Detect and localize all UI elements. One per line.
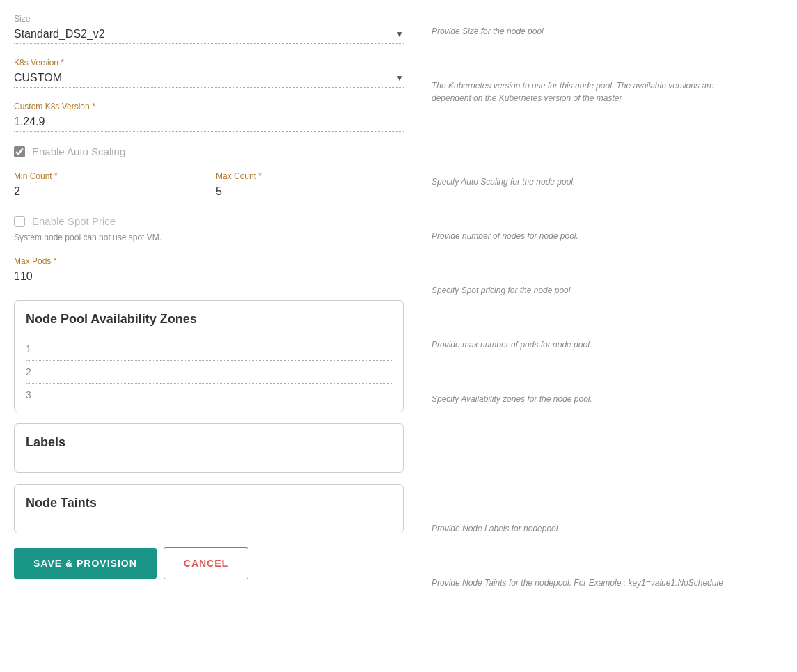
spot-price-row: Enable Spot Price [14, 215, 404, 227]
zone-item-1[interactable]: 1 [26, 338, 392, 361]
k8s-version-value: CUSTOM [14, 72, 62, 84]
custom-k8s-version-input[interactable] [14, 113, 404, 132]
spot-price-note: System node pool can not use spot VM. [14, 233, 404, 242]
buttons-row: SAVE & PROVISION CANCEL [14, 547, 404, 579]
auto-scaling-group: Enable Auto Scaling [14, 146, 404, 157]
labels-title: Labels [26, 435, 392, 450]
size-hint-text: Provide Size for the node pool [432, 26, 544, 36]
k8s-version-label: K8s Version * [14, 58, 404, 68]
spot-price-label[interactable]: Enable Spot Price [32, 215, 116, 227]
k8s-version-arrow-icon: ▼ [395, 73, 404, 83]
max-pods-hint-text: Provide max number of pods for node pool… [432, 340, 592, 350]
save-provision-button[interactable]: SAVE & PROVISION [14, 548, 157, 579]
k8s-hint-line1: The Kubernetes version to use for this n… [432, 79, 780, 92]
hints-column: Provide Size for the node pool The Kuber… [432, 14, 780, 631]
min-count-field: Min Count * [14, 171, 202, 201]
spot-price-hint: Specify Spot pricing for the node pool. [432, 284, 780, 297]
min-count-input[interactable] [14, 182, 202, 201]
size-arrow-icon: ▼ [395, 29, 404, 39]
node-taints-hint: Provide Node Taints for the nodepool. Fo… [432, 577, 780, 589]
count-hint-text: Provide number of nodes for node pool. [432, 231, 578, 241]
size-label: Size [14, 14, 404, 24]
node-taints-hint-text: Provide Node Taints for the nodepool. Fo… [432, 578, 723, 588]
count-hint: Provide number of nodes for node pool. [432, 230, 780, 242]
auto-scaling-hint: Specify Auto Scaling for the node pool. [432, 175, 780, 188]
max-count-field: Max Count * [216, 171, 404, 201]
labels-hint-text: Provide Node Labels for nodepool [432, 524, 558, 533]
k8s-version-dropdown[interactable]: CUSTOM ▼ [14, 69, 404, 88]
auto-scaling-hint-text: Specify Auto Scaling for the node pool. [432, 177, 575, 187]
auto-scaling-checkbox[interactable] [14, 146, 25, 157]
availability-zones-hint-text: Specify Availability zones for the node … [432, 394, 592, 404]
availability-zones-panel: Node Pool Availability Zones 1 2 3 [14, 300, 404, 412]
size-dropdown[interactable]: Standard_DS2_v2 ▼ [14, 25, 404, 44]
custom-k8s-version-field: Custom K8s Version * [14, 102, 404, 132]
max-pods-label: Max Pods * [14, 256, 404, 266]
max-pods-input[interactable] [14, 267, 404, 286]
auto-scaling-row: Enable Auto Scaling [14, 146, 404, 157]
spot-price-checkbox[interactable] [14, 216, 25, 227]
availability-zones-title: Node Pool Availability Zones [26, 312, 392, 327]
node-taints-panel: Node Taints [14, 484, 404, 533]
k8s-hint-line2: dependent on the Kubernetes version of t… [432, 92, 780, 104]
max-count-input[interactable] [216, 182, 404, 201]
count-fields: Min Count * Max Count * [14, 171, 404, 215]
auto-scaling-label[interactable]: Enable Auto Scaling [32, 146, 125, 157]
node-taints-title: Node Taints [26, 496, 392, 510]
spot-price-group: Enable Spot Price System node pool can n… [14, 215, 404, 242]
labels-panel: Labels [14, 423, 404, 473]
zone-item-3[interactable]: 3 [26, 384, 392, 400]
max-pods-hint: Provide max number of pods for node pool… [432, 338, 780, 351]
size-field: Size Standard_DS2_v2 ▼ [14, 14, 404, 44]
spot-price-hint-text: Specify Spot pricing for the node pool. [432, 286, 573, 295]
size-value: Standard_DS2_v2 [14, 28, 105, 40]
availability-zones-hint: Specify Availability zones for the node … [432, 393, 780, 405]
max-count-label: Max Count * [216, 171, 404, 181]
k8s-version-hint: The Kubernetes version to use for this n… [432, 79, 780, 104]
custom-k8s-version-label: Custom K8s Version * [14, 102, 404, 111]
cancel-button[interactable]: CANCEL [164, 547, 248, 579]
size-hint: Provide Size for the node pool [432, 25, 780, 38]
zone-item-2[interactable]: 2 [26, 361, 392, 384]
min-count-label: Min Count * [14, 171, 202, 181]
k8s-version-field: K8s Version * CUSTOM ▼ [14, 58, 404, 88]
labels-hint: Provide Node Labels for nodepool [432, 522, 780, 535]
max-pods-field: Max Pods * [14, 256, 404, 286]
